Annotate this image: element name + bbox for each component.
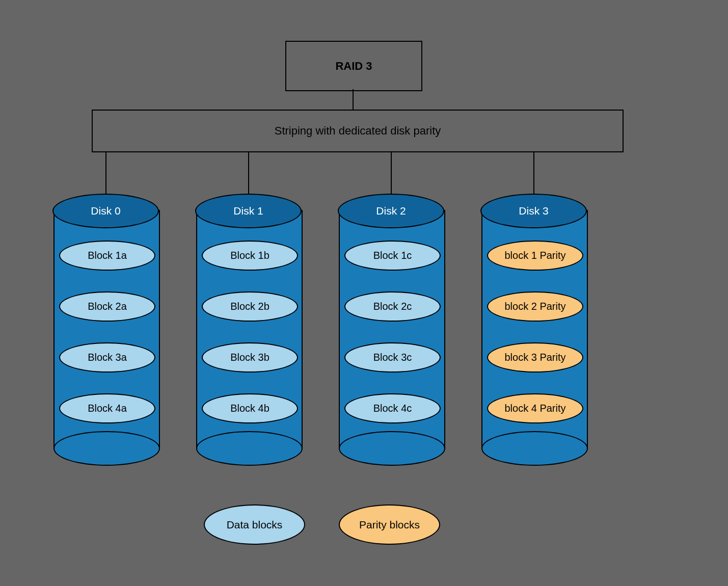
connector-to-disk1 — [248, 151, 249, 194]
connector-to-disk2 — [391, 151, 392, 194]
raid-subtitle: Striping with dedicated disk parity — [275, 124, 441, 138]
disk-cylinder-1: Disk 1Block 1bBlock 2bBlock 3bBlock 4b — [196, 194, 301, 449]
disk-label-2: Disk 2 — [338, 194, 444, 228]
raid-title-box: RAID 3 — [285, 41, 422, 91]
legend-parity-label: Parity blocks — [359, 519, 420, 531]
block-3-2: block 3 Parity — [487, 342, 583, 372]
block-2-3: Block 4c — [344, 393, 441, 423]
block-1-1: Block 2b — [202, 291, 298, 322]
block-2-1: Block 2c — [344, 291, 441, 322]
block-2-0: Block 1c — [344, 241, 441, 271]
disk-label-1: Disk 1 — [195, 194, 302, 228]
block-0-3: Block 4a — [59, 393, 155, 423]
connector-title-to-subtitle — [353, 89, 354, 110]
disk-bottom-0 — [53, 431, 160, 466]
legend-data-label: Data blocks — [227, 519, 283, 531]
disk-body-3: block 1 Parityblock 2 Parityblock 3 Pari… — [481, 210, 588, 449]
disk-body-2: Block 1cBlock 2cBlock 3cBlock 4c — [339, 210, 445, 449]
block-3-0: block 1 Parity — [487, 241, 583, 271]
block-0-2: Block 3a — [59, 342, 155, 372]
disk-body-1: Block 1bBlock 2bBlock 3bBlock 4b — [196, 210, 303, 449]
disk-label-3: Disk 3 — [480, 194, 587, 228]
disk-body-0: Block 1aBlock 2aBlock 3aBlock 4a — [53, 210, 160, 449]
block-1-2: Block 3b — [202, 342, 298, 372]
block-0-0: Block 1a — [59, 241, 155, 271]
legend-data-blocks: Data blocks — [204, 504, 305, 545]
block-0-1: Block 2a — [59, 291, 155, 322]
disk-bottom-1 — [196, 431, 303, 466]
connector-to-disk3 — [533, 151, 534, 194]
block-3-1: block 2 Parity — [487, 291, 583, 322]
disk-bottom-2 — [339, 431, 445, 466]
block-1-3: Block 4b — [202, 393, 298, 423]
disk-label-0: Disk 0 — [52, 194, 159, 228]
disk-cylinder-3: Disk 3block 1 Parityblock 2 Parityblock … — [481, 194, 586, 449]
disk-bottom-3 — [481, 431, 588, 466]
raid-title: RAID 3 — [335, 60, 372, 73]
block-1-0: Block 1b — [202, 241, 298, 271]
legend-parity-blocks: Parity blocks — [339, 504, 440, 545]
disk-cylinder-2: Disk 2Block 1cBlock 2cBlock 3cBlock 4c — [339, 194, 443, 449]
raid-subtitle-box: Striping with dedicated disk parity — [92, 110, 624, 152]
block-3-3: block 4 Parity — [487, 393, 583, 423]
disk-cylinder-0: Disk 0Block 1aBlock 2aBlock 3aBlock 4a — [53, 194, 158, 449]
block-2-2: Block 3c — [344, 342, 441, 372]
connector-to-disk0 — [105, 151, 106, 194]
